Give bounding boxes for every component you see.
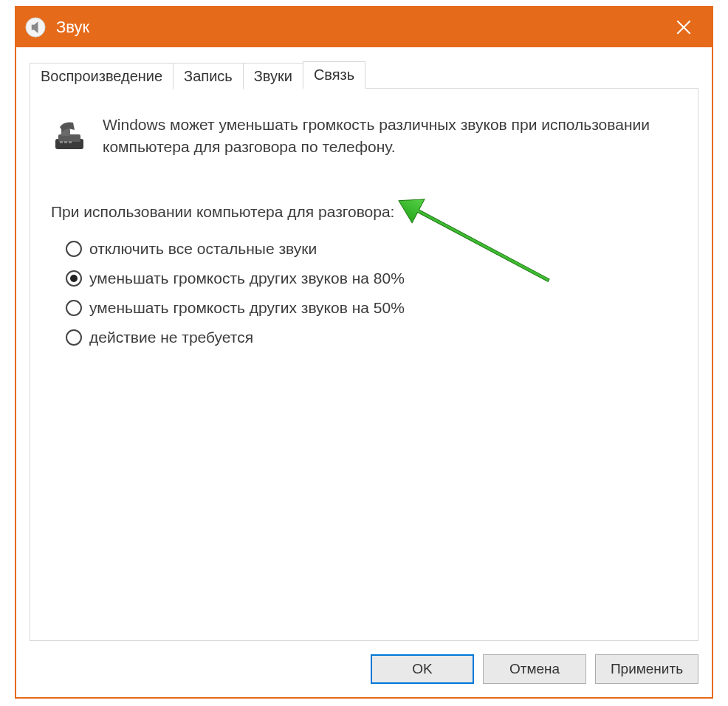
tab-strip: Воспроизведение Запись Звуки Связь	[30, 61, 698, 88]
info-row: Windows может уменьшать громкость различ…	[51, 114, 677, 159]
radio-reduce-50[interactable]: уменьшать громкость других звуков на 50%	[66, 299, 677, 317]
radio-indicator	[66, 300, 82, 316]
radio-label: уменьшать громкость других звуков на 80%	[89, 270, 405, 287]
radio-label: отключить все остальные звуки	[89, 240, 317, 258]
section-label: При использовании компьютера для разгово…	[51, 203, 677, 221]
svg-rect-7	[64, 141, 67, 143]
tab-communications[interactable]: Связь	[303, 61, 365, 89]
close-button[interactable]	[662, 7, 706, 47]
sound-dialog: Звук Воспроизведение Запись Звуки Связь	[15, 6, 713, 699]
tab-sounds[interactable]: Звуки	[243, 63, 303, 89]
radio-reduce-80[interactable]: уменьшать громкость других звуков на 80%	[66, 270, 677, 287]
radio-label: уменьшать громкость других звуков на 50%	[89, 299, 405, 317]
info-text: Windows может уменьшать громкость различ…	[103, 114, 664, 159]
radio-mute-all[interactable]: отключить все остальные звуки	[66, 240, 677, 258]
close-icon	[676, 20, 691, 35]
phone-icon	[51, 117, 88, 154]
radio-indicator	[66, 329, 82, 346]
radio-indicator	[66, 270, 82, 287]
tab-playback[interactable]: Воспроизведение	[30, 63, 174, 89]
client-area: Воспроизведение Запись Звуки Связь	[16, 47, 712, 654]
communications-panel: Windows может уменьшать громкость различ…	[30, 88, 698, 641]
svg-rect-8	[69, 141, 72, 143]
titlebar: Звук	[16, 7, 712, 47]
ok-button[interactable]: OK	[371, 654, 474, 684]
window-title: Звук	[56, 18, 662, 37]
radio-group: отключить все остальные звуки уменьшать …	[51, 240, 677, 346]
radio-do-nothing[interactable]: действие не требуется	[66, 329, 677, 346]
radio-label: действие не требуется	[89, 329, 253, 346]
apply-button[interactable]: Применить	[595, 654, 698, 684]
radio-indicator	[66, 241, 82, 257]
tab-recording[interactable]: Запись	[173, 63, 244, 89]
cancel-button[interactable]: Отмена	[483, 654, 586, 684]
dialog-buttons: OK Отмена Применить	[16, 654, 712, 697]
sound-app-icon	[25, 17, 46, 38]
svg-rect-6	[60, 141, 63, 143]
